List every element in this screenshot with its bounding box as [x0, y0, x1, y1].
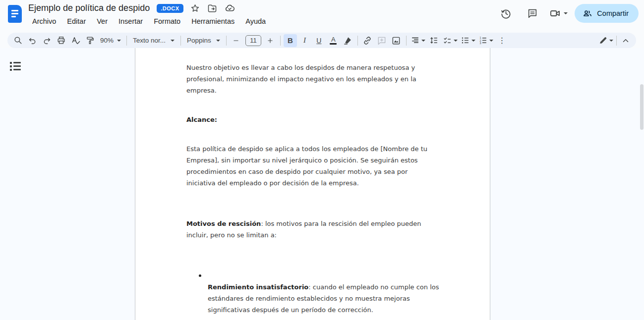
toolbar-separator	[616, 36, 617, 46]
align-caret-icon	[421, 40, 425, 42]
search-menus-icon[interactable]	[11, 34, 25, 47]
print-icon[interactable]	[55, 34, 68, 47]
bold-icon: B	[288, 36, 293, 45]
font-size-input[interactable]: 11	[245, 35, 261, 46]
show-document-outline-icon[interactable]	[10, 62, 21, 72]
pencil-icon	[598, 36, 608, 45]
toolbar-separator	[126, 36, 127, 46]
editing-mode-caret-icon	[609, 40, 613, 42]
cloud-saved-icon[interactable]	[225, 3, 235, 13]
motivos-bullet-list: Rendimiento insatisfactorio: cuando el e…	[186, 259, 440, 320]
numbered-list-icon: 123	[478, 36, 488, 45]
comments-icon[interactable]	[523, 4, 542, 23]
star-icon[interactable]	[190, 3, 200, 13]
checklist-caret-icon	[454, 40, 458, 42]
numbered-list-caret-icon	[489, 40, 493, 42]
google-docs-logo-icon[interactable]	[8, 5, 22, 23]
paragraph-styles-select[interactable]: Texto nor...	[130, 34, 177, 47]
highlight-color-button[interactable]	[341, 34, 354, 47]
spellcheck-icon[interactable]	[69, 34, 82, 47]
menu-ver[interactable]: Ver	[92, 17, 112, 26]
people-icon	[583, 8, 592, 18]
share-button[interactable]: Compartir	[575, 4, 639, 23]
menu-editar[interactable]: Editar	[62, 17, 90, 26]
checklist-icon	[443, 36, 452, 45]
paragraph-alcance-body: Esta política de despido se aplica a tod…	[186, 143, 440, 189]
menu-bar: Archivo Editar Ver Insertar Formato Herr…	[28, 17, 270, 26]
insert-image-icon[interactable]	[390, 34, 403, 47]
menu-herramientas[interactable]: Herramientas	[187, 17, 239, 26]
share-button-label: Compartir	[597, 9, 629, 17]
vertical-scrollbar[interactable]	[640, 84, 644, 130]
more-options-icon[interactable]: ⋮	[495, 34, 509, 47]
paragraph-style-value: Texto nor...	[133, 37, 166, 44]
checklist-button[interactable]	[442, 34, 459, 47]
styles-caret-icon	[171, 40, 175, 42]
meet-button[interactable]	[549, 7, 568, 19]
decrease-font-size-button[interactable]	[230, 34, 243, 47]
editing-mode-button[interactable]	[597, 34, 614, 47]
meet-caret-icon	[564, 12, 568, 14]
menu-archivo[interactable]: Archivo	[28, 17, 60, 26]
paragraph-motivos: Motivos de rescisión: los motivos para l…	[186, 207, 440, 241]
toolbar-separator	[180, 36, 181, 46]
heading-alcance: Alcance:	[186, 114, 440, 125]
motivos-lead: Motivos de rescisión	[186, 220, 261, 227]
toolbar-separator	[280, 36, 281, 46]
svg-text:3: 3	[479, 42, 481, 45]
toolbar-separator	[357, 36, 358, 46]
document-canvas: Nuestro objetivo es llevar a cabo los de…	[0, 48, 644, 320]
menu-formato[interactable]: Formato	[149, 17, 185, 26]
menu-ayuda[interactable]: Ayuda	[241, 17, 270, 26]
align-button[interactable]	[410, 34, 426, 47]
zoom-value: 90%	[100, 37, 114, 44]
italic-icon: I	[303, 36, 306, 45]
hide-menus-icon[interactable]	[619, 34, 632, 47]
italic-button[interactable]: I	[298, 34, 311, 47]
document-title[interactable]: Ejemplo de política de despido	[28, 3, 150, 13]
bulleted-list-icon	[461, 36, 470, 45]
document-content[interactable]: Nuestro objetivo es llevar a cabo los de…	[135, 48, 458, 320]
text-color-button[interactable]: A	[327, 34, 340, 47]
line-spacing-icon[interactable]	[427, 34, 441, 47]
bulleted-list-button[interactable]	[460, 34, 476, 47]
move-to-folder-icon[interactable]	[207, 3, 217, 13]
toolbar: 90% Texto nor... Poppins 11 B I U A	[7, 33, 636, 48]
font-family-select[interactable]: Poppins	[184, 34, 223, 47]
list-item: Rendimiento insatisfactorio: cuando el e…	[186, 270, 440, 316]
document-page[interactable]: Nuestro objetivo es llevar a cabo los de…	[135, 48, 490, 320]
increase-font-size-button[interactable]	[264, 34, 277, 47]
docx-badge: .DOCX	[157, 4, 183, 13]
underline-button[interactable]: U	[312, 34, 326, 47]
version-history-icon[interactable]	[496, 4, 516, 23]
menu-insertar[interactable]: Insertar	[114, 17, 147, 26]
toolbar-separator	[226, 36, 227, 46]
add-comment-icon[interactable]	[375, 34, 389, 47]
app-header: Ejemplo de política de despido .DOCX Arc…	[0, 0, 644, 30]
redo-icon[interactable]	[40, 34, 54, 47]
paint-format-icon[interactable]	[83, 34, 97, 47]
bold-button[interactable]: B	[284, 34, 297, 47]
insert-link-icon[interactable]	[361, 34, 374, 47]
text-color-icon: A	[330, 36, 337, 45]
zoom-caret-icon	[117, 40, 121, 42]
font-family-value: Poppins	[187, 37, 211, 44]
toolbar-separator	[406, 36, 407, 46]
bulleted-list-caret-icon	[471, 40, 475, 42]
align-icon	[410, 36, 420, 45]
paragraph-objetivo: Nuestro objetivo es llevar a cabo los de…	[186, 62, 440, 96]
numbered-list-button[interactable]: 123	[477, 34, 494, 47]
video-camera-icon	[549, 7, 561, 19]
font-caret-icon	[216, 40, 220, 42]
zoom-select[interactable]: 90%	[98, 34, 123, 47]
undo-icon[interactable]	[26, 34, 39, 47]
underline-icon: U	[316, 37, 321, 45]
